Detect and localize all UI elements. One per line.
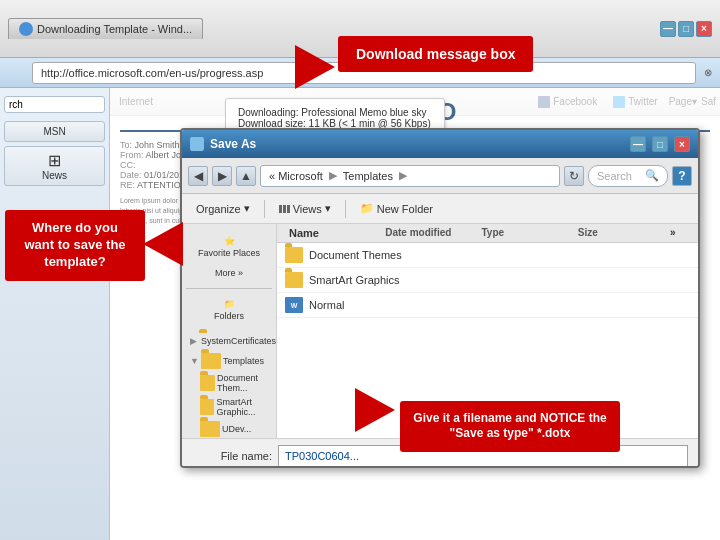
dialog-toolbar: Organize ▾ Views ▾ 📁 New Folder: [182, 194, 698, 224]
new-folder-button[interactable]: 📁 New Folder: [352, 199, 441, 218]
url-text: http://office.microsoft.com/en-us/progre…: [41, 67, 263, 79]
search-prefix: rch: [9, 99, 23, 110]
views-icon: [279, 205, 290, 213]
folder-icon-docthemes: [285, 247, 303, 263]
help-button[interactable]: ?: [672, 166, 692, 186]
browser-icon: [8, 65, 24, 81]
views-button[interactable]: Views ▾: [271, 199, 339, 218]
search-icon: 🔍: [645, 169, 659, 182]
file-name-docthemes: Document Themes: [309, 249, 436, 261]
callout-bottom-right-text: Give it a filename and NOTICE the "Save …: [413, 411, 606, 441]
sidebar-item-folders[interactable]: 📁 Folders: [186, 295, 272, 325]
path-folder: Templates: [343, 170, 393, 182]
save-arrow-icon: [143, 222, 183, 266]
favorite-places-icon: ⭐: [224, 236, 235, 246]
close-button[interactable]: ×: [696, 21, 712, 37]
path-root: « Microsoft: [269, 170, 323, 182]
views-chevron-icon: ▾: [325, 202, 331, 215]
dialog-title-text: Save As: [210, 137, 624, 151]
file-name-smartart: SmartArt Graphics: [309, 274, 436, 286]
tree-item-templates[interactable]: ▼ Templates: [190, 351, 272, 371]
file-row-docthemes[interactable]: Document Themes: [277, 243, 698, 268]
dialog-title-icon: [190, 137, 204, 151]
browser-sidebar: rch MSN ⊞ News: [0, 88, 110, 540]
news-button[interactable]: ⊞ News: [4, 146, 105, 186]
folder-udev-icon: [200, 421, 220, 437]
new-folder-icon: 📁: [360, 202, 374, 215]
maximize-button[interactable]: □: [678, 21, 694, 37]
col-size: Size: [574, 227, 670, 239]
search-box[interactable]: rch: [4, 96, 105, 113]
sidebar-item-favorite-places[interactable]: ⭐ Favorite Places: [186, 232, 272, 262]
callout-left-text: Where do you want to save the template?: [24, 220, 125, 269]
folder-smartart-icon: [200, 399, 214, 415]
dialog-close-button[interactable]: ×: [674, 136, 690, 152]
up-button[interactable]: ▲: [236, 166, 256, 186]
dialog-minimize-button[interactable]: —: [630, 136, 646, 152]
callout-left-box: Where do you want to save the template?: [5, 210, 145, 281]
stop-icon: ⊗: [704, 67, 712, 78]
file-row-smartart[interactable]: SmartArt Graphics: [277, 268, 698, 293]
sidebar-divider: [186, 288, 272, 289]
minimize-button[interactable]: —: [660, 21, 676, 37]
tab-title: Downloading Template - Wind...: [37, 23, 192, 35]
organize-label: Organize: [196, 203, 241, 215]
sidebar-item-more[interactable]: More »: [186, 264, 272, 282]
file-name-normal: Normal: [309, 299, 436, 311]
tree-item-doctheme[interactable]: Document Them...: [190, 371, 272, 395]
toolbar-sep2: [345, 200, 346, 218]
organize-chevron-icon: ▾: [244, 202, 250, 215]
tree-item-udev[interactable]: UDev...: [190, 419, 272, 439]
msn-button[interactable]: MSN: [4, 121, 105, 142]
folder-templates-icon: [201, 353, 221, 369]
folder-tree: ▶ SystemCertificates ▼ Templates Documen…: [186, 331, 272, 439]
breadcrumb-sep1: ▶: [329, 169, 337, 182]
views-label: Views: [293, 203, 322, 215]
callout-download-box: Download message box: [338, 36, 533, 72]
tree-item-syscert[interactable]: ▶ SystemCertificates: [190, 331, 272, 351]
download-line1: Downloading: Professional Memo blue sky: [238, 107, 432, 118]
file-list-header: Name Date modified Type Size »: [277, 224, 698, 243]
dialog-maximize-button[interactable]: □: [652, 136, 668, 152]
callout-download-text: Download message box: [356, 46, 515, 62]
back-button[interactable]: ◀: [188, 166, 208, 186]
doc-icon-normal: W: [285, 297, 303, 313]
folder-icon-smartart: [285, 272, 303, 288]
tab-icon: [19, 22, 33, 36]
dialog-titlebar: Save As — □ ×: [182, 130, 698, 158]
col-extra: »: [670, 227, 690, 239]
new-folder-label: New Folder: [377, 203, 433, 215]
file-row-normal[interactable]: W Normal: [277, 293, 698, 318]
dialog-nav-bar: ◀ ▶ ▲ « Microsoft ▶ Templates ▶ ↻ Search…: [182, 158, 698, 194]
path-breadcrumb[interactable]: « Microsoft ▶ Templates ▶: [260, 165, 560, 187]
organize-button[interactable]: Organize ▾: [188, 199, 258, 218]
refresh-button[interactable]: ↻: [564, 166, 584, 186]
callout-bottom-right-box: Give it a filename and NOTICE the "Save …: [400, 401, 620, 452]
col-name: Name: [285, 227, 381, 239]
col-type: Type: [478, 227, 574, 239]
folders-icon: 📁: [224, 299, 235, 309]
browser-tab[interactable]: Downloading Template - Wind...: [8, 18, 203, 39]
folder-doctheme-icon: [200, 375, 215, 391]
search-placeholder: Search: [597, 170, 632, 182]
forward-button[interactable]: ▶: [212, 166, 232, 186]
breadcrumb-sep2: ▶: [399, 169, 407, 182]
col-date: Date modified: [381, 227, 477, 239]
search-input[interactable]: Search 🔍: [588, 165, 668, 187]
filename-arrow-icon: [355, 388, 395, 432]
toolbar-sep1: [264, 200, 265, 218]
news-icon: ⊞: [48, 152, 61, 169]
download-arrow-icon: [295, 45, 335, 89]
tree-item-smartart[interactable]: SmartArt Graphic...: [190, 395, 272, 419]
dialog-sidebar: ⭐ Favorite Places More » 📁 Folders ▶ Sys…: [182, 224, 277, 438]
filename-label: File name:: [192, 450, 272, 462]
